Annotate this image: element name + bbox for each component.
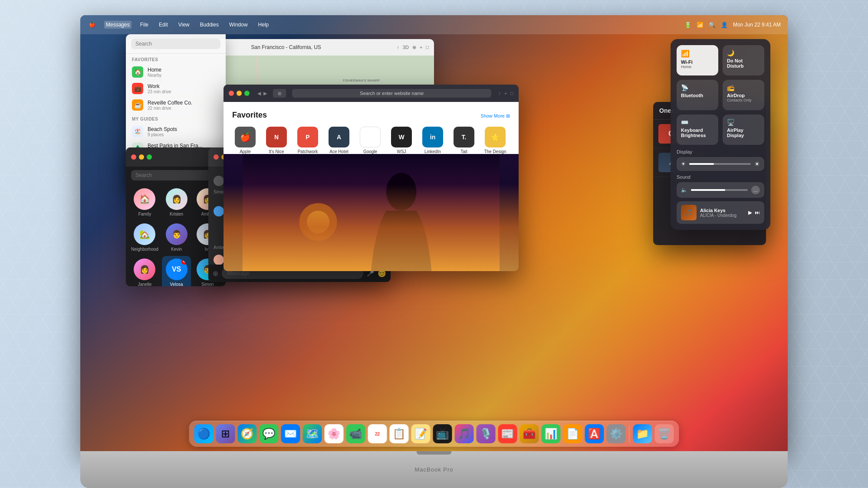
menu-datetime: Mon Jun 22 9:41 AM [733,22,781,28]
sidebar-toggle-icon[interactable]: □ [510,91,513,96]
dock-launchpad[interactable]: ⊞ [216,424,235,443]
dock-facetime[interactable]: 📹 [346,424,365,443]
dnd-tile-label: Do Not Disturb [727,58,760,69]
hero-svg [224,154,519,271]
contact-neighborhood[interactable]: 🏡 Neighborhood [129,221,160,254]
safari-url-bar[interactable]: Search or enter website name [292,89,491,98]
dock-pages[interactable]: 📄 [563,424,582,443]
play-button[interactable]: ▶ [748,210,752,216]
menu-buddies[interactable]: Buddies [198,21,220,29]
contact-family[interactable]: 🏠 Family [129,186,160,219]
contacts-maximize[interactable] [147,154,152,160]
display-slider[interactable] [689,163,751,165]
appletv-dock-icon: 📺 [436,428,449,440]
cc-bluetooth-tile[interactable]: 📡 Bluetooth [677,80,718,110]
dock-mail[interactable]: ✉️ [281,424,300,443]
sound-section-label: Sound [677,174,764,180]
cc-third-row: ⌨️ Keyboard Brightness 🖥️ AirPlay Displa… [677,115,764,145]
files-dock-icon: 📁 [636,428,649,440]
new-tab-icon[interactable]: + [504,91,507,96]
kevin-name: Kevin [171,247,182,252]
sidebar-item-home[interactable]: 🏠 Home Nearby [126,64,226,80]
favorites-label: Favorites [126,54,226,64]
safari-maximize[interactable] [244,91,250,96]
svg-point-10 [386,173,417,211]
coffee-item-sub: 22 min drive [148,106,220,111]
safari-traffic-lights [229,91,250,96]
msg-avatar-1 [214,176,224,186]
dock-sysprefs[interactable]: ⚙️ [607,424,626,443]
back-icon[interactable]: ◀ [257,91,261,96]
dock-finder[interactable]: 🔵 [194,424,214,443]
cc-airdrop-tile[interactable]: 📻 AirDrop Contacts Only [723,80,764,110]
cc-wifi-tile[interactable]: 📶 Wi-Fi Home [677,45,718,75]
menu-file[interactable]: File [138,21,150,29]
menu-help[interactable]: Help [256,21,271,29]
contacts-minimize[interactable] [139,154,144,160]
dock-notes[interactable]: 📝 [411,424,431,443]
contact-velosa[interactable]: VS ❤ Velosa Studio [162,256,191,286]
user-icon[interactable]: 👤 [721,22,728,28]
skip-button[interactable]: ⏭ [755,210,760,216]
wifi-icon[interactable]: 📶 [697,22,704,28]
contact-kristen[interactable]: 👩 Kristen [162,186,191,219]
menu-messages[interactable]: Messages [104,21,132,29]
dock-calendar[interactable]: 22 [368,424,387,443]
dock-photos[interactable]: 🌸 [325,424,344,443]
family-avatar: 🏠 [134,188,155,210]
dock-appletv[interactable]: 📺 [433,424,452,443]
apps-icon[interactable]: ⊕ [213,269,218,278]
maps-search-input[interactable] [131,39,220,49]
airdrop-tile-label: AirDrop [727,93,760,98]
apple-menu[interactable]: 🍎 [87,21,97,29]
menu-view[interactable]: View [177,21,191,29]
menu-bar-right: 🔋 📶 🔍 👤 Mon Jun 22 9:41 AM [684,22,781,28]
facetime-dock-icon: 📹 [349,428,362,440]
fav-apple-label: Apple [240,149,251,154]
dock-maps[interactable]: 🗺️ [303,424,322,443]
dock-news[interactable]: 📰 [498,424,517,443]
contacts-close[interactable] [131,154,136,160]
brightness-low-icon: ☀ [681,161,686,167]
cc-dnd-tile[interactable]: 🌙 Do Not Disturb [723,45,764,75]
dock-reminders[interactable]: 📋 [390,424,409,443]
search-icon[interactable]: 🔍 [709,22,716,28]
chassis-notch [417,451,451,455]
menu-window[interactable]: Window [227,21,250,29]
dock-trash[interactable]: 🗑️ [655,424,674,443]
notes-dock-icon: 📝 [414,428,427,440]
dock-divider [629,426,630,443]
messages-close[interactable] [214,154,219,160]
show-more-button[interactable]: Show More ⊞ [480,113,510,119]
sidebar-item-coffee[interactable]: ☕ Reveille Coffee Co. 22 min drive [126,97,226,113]
contact-janelle[interactable]: 👩 Janelle [129,256,160,286]
home-item-name: Home [148,67,220,73]
sound-slider[interactable] [691,189,748,191]
beach-item-text: Beach Spots 9 places [148,126,220,137]
contact-kevin[interactable]: 👨 Kevin [162,221,191,254]
dock-toolbox[interactable]: 🧰 [520,424,539,443]
safari-minimize[interactable] [237,91,242,96]
dock-safari[interactable]: 🧭 [238,424,257,443]
dock-numbers[interactable]: 📊 [542,424,561,443]
simon-name: Simon [201,282,214,286]
dock-podcasts[interactable]: 🎙️ [477,424,496,443]
dock-messages[interactable]: 💬 [260,424,279,443]
cc-airplay-tile[interactable]: 🖥️ AirPlay Display [723,115,764,145]
sidebar-item-work[interactable]: 💼 Work 23 min drive [126,80,226,97]
forward-icon[interactable]: ▶ [263,91,267,96]
sound-settings-button[interactable]: … [751,186,760,194]
safari-close[interactable] [229,91,234,96]
dock-music[interactable]: 🎵 [455,424,474,443]
dock-appstore[interactable]: 🅰️ [585,424,604,443]
cc-keyboard-tile[interactable]: ⌨️ Keyboard Brightness [677,115,718,145]
dock-files[interactable]: 📁 [633,424,652,443]
menu-edit[interactable]: Edit [157,21,170,29]
janelle-avatar: 👩 [134,259,155,280]
svg-point-12 [307,211,329,233]
share-icon[interactable]: ↑ [498,91,501,96]
sidebar-item-beach[interactable]: 🏖️ Beach Spots 9 places [126,123,226,140]
contacts-search-input[interactable] [131,170,220,180]
macbook-chassis: MacBook Pro [80,451,788,488]
tab-overview-icon[interactable]: ⊞ [273,89,286,98]
